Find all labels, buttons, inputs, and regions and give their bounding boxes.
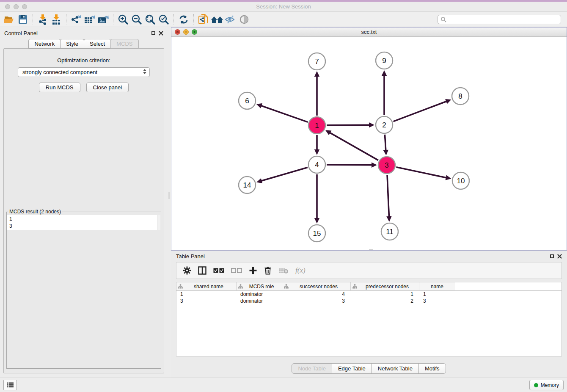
column-header-MCDS-role[interactable]: MCDS role — [237, 282, 282, 291]
tab-edge-table[interactable]: Edge Table — [332, 363, 372, 374]
zoom-selected-button[interactable] — [157, 13, 171, 26]
home-button[interactable] — [210, 13, 224, 26]
node-4[interactable]: 4 — [308, 156, 325, 173]
table-row[interactable]: 1dominator411 — [176, 291, 561, 298]
import-network-button[interactable] — [36, 13, 50, 26]
show-panel-button[interactable] — [237, 13, 251, 26]
network-maximize-icon[interactable] — [192, 29, 197, 35]
export-image-icon — [97, 14, 109, 25]
panel-splitter[interactable] — [168, 27, 171, 378]
open-session-button[interactable] — [3, 13, 16, 26]
node-1[interactable]: 1 — [308, 117, 325, 134]
splitter-grip[interactable] — [369, 249, 373, 250]
delete-column-button[interactable] — [264, 266, 272, 275]
column-header-predecessor-nodes[interactable]: predecessor nodes — [351, 282, 419, 291]
svg-text:11: 11 — [386, 228, 394, 236]
tab-node-table[interactable]: Node Table — [292, 363, 332, 374]
zoom-out-button[interactable] — [130, 13, 143, 26]
minimize-window-button[interactable] — [14, 4, 19, 9]
float-panel-icon[interactable] — [151, 31, 155, 35]
network-minimize-icon[interactable] — [183, 29, 189, 35]
column-header-name[interactable]: name — [419, 282, 455, 291]
arrowhead-1-7 — [314, 71, 319, 77]
import-table-button[interactable] — [50, 13, 63, 26]
node-10[interactable]: 10 — [452, 172, 469, 189]
memory-button[interactable]: Memory — [529, 380, 564, 390]
edge-4-3[interactable] — [327, 165, 372, 165]
export-network-button[interactable] — [69, 13, 83, 26]
node-6[interactable]: 6 — [239, 92, 256, 109]
close-table-panel-icon[interactable] — [557, 254, 562, 259]
table-tabs: Node TableEdge TableNetwork TableMotifs — [171, 362, 567, 378]
export-table-icon — [84, 14, 96, 25]
app-title: Session: New Session — [0, 3, 567, 10]
mcds-result-list[interactable]: 13 — [7, 215, 160, 230]
network-close-icon[interactable] — [175, 29, 180, 35]
arrowhead-1-2 — [369, 122, 374, 127]
column-header-successor-nodes[interactable]: successor nodes — [282, 282, 351, 291]
table-panel: Table Panel — [171, 251, 567, 378]
export-image-button[interactable] — [96, 13, 110, 26]
edge-4-14[interactable] — [261, 167, 308, 181]
node-15[interactable]: 15 — [308, 225, 325, 242]
tab-mcds[interactable]: MCDS — [110, 39, 138, 49]
close-panel-button[interactable]: Close panel — [86, 83, 129, 92]
close-panel-icon[interactable] — [159, 31, 163, 36]
arrowhead-3-11 — [386, 216, 391, 222]
refresh-button[interactable] — [177, 13, 190, 26]
task-history-button[interactable] — [3, 380, 17, 390]
edge-3-1[interactable] — [330, 133, 378, 160]
edge-2-8[interactable] — [394, 101, 447, 121]
arrowhead-4-15 — [314, 218, 319, 224]
node-9[interactable]: 9 — [376, 52, 393, 69]
close-window-button[interactable] — [5, 4, 10, 9]
show-columns-button[interactable] — [198, 266, 206, 275]
node-table[interactable]: shared nameMCDS rolesuccessor nodesprede… — [176, 282, 562, 356]
edge-3-10[interactable] — [396, 167, 447, 178]
node-14[interactable]: 14 — [239, 177, 256, 193]
cell: 3 — [176, 298, 237, 304]
tab-motifs[interactable]: Motifs — [418, 363, 446, 374]
cell: 3 — [282, 298, 351, 304]
zoom-fit-button[interactable] — [143, 13, 157, 26]
hide-panel-button[interactable] — [224, 13, 237, 26]
edge-3-11[interactable] — [387, 175, 389, 217]
zoom-in-button[interactable] — [116, 13, 130, 26]
tab-network[interactable]: Network — [28, 39, 61, 49]
copy-network-style-icon — [198, 14, 209, 25]
node-2[interactable]: 2 — [376, 116, 393, 133]
result-scrollbar[interactable] — [157, 215, 160, 230]
node-8[interactable]: 8 — [452, 88, 469, 105]
control-panel-header: Control Panel — [0, 27, 168, 39]
node-3[interactable]: 3 — [378, 157, 395, 174]
optimization-criterion-select[interactable]: strongly connected component — [18, 67, 150, 77]
table-row[interactable]: 3dominator323 — [176, 298, 561, 304]
search-icon — [440, 17, 446, 22]
tab-select[interactable]: Select — [84, 39, 111, 49]
float-table-panel-icon[interactable] — [550, 254, 554, 258]
copy-network-style-button[interactable] — [197, 13, 210, 26]
table-settings-button[interactable] — [183, 266, 191, 275]
clear-all-columns-button[interactable] — [231, 268, 242, 273]
select-all-columns-button[interactable] — [213, 268, 224, 273]
zoom-window-button[interactable] — [22, 4, 27, 9]
gear-icon — [183, 266, 191, 275]
add-column-button[interactable] — [249, 266, 257, 275]
result-line: 3 — [9, 223, 158, 230]
node-7[interactable]: 7 — [308, 53, 325, 70]
node-11[interactable]: 11 — [381, 223, 398, 240]
tab-network-table[interactable]: Network Table — [372, 363, 419, 374]
run-mcds-button[interactable]: Run MCDS — [39, 83, 80, 92]
arrowhead-1-6 — [256, 103, 262, 108]
export-table-button[interactable] — [83, 13, 96, 26]
edge-1-6[interactable] — [261, 105, 308, 122]
import-table-icon — [51, 14, 61, 25]
tab-style[interactable]: Style — [60, 39, 84, 49]
network-canvas[interactable]: 1234678910111415 — [171, 37, 567, 250]
column-header-shared-name[interactable]: shared name — [176, 282, 237, 291]
save-session-button[interactable] — [16, 13, 30, 26]
edge-2-3[interactable] — [385, 135, 385, 151]
svg-text:7: 7 — [315, 58, 319, 66]
search-input[interactable] — [438, 15, 561, 24]
edge-1-2[interactable] — [327, 125, 370, 125]
